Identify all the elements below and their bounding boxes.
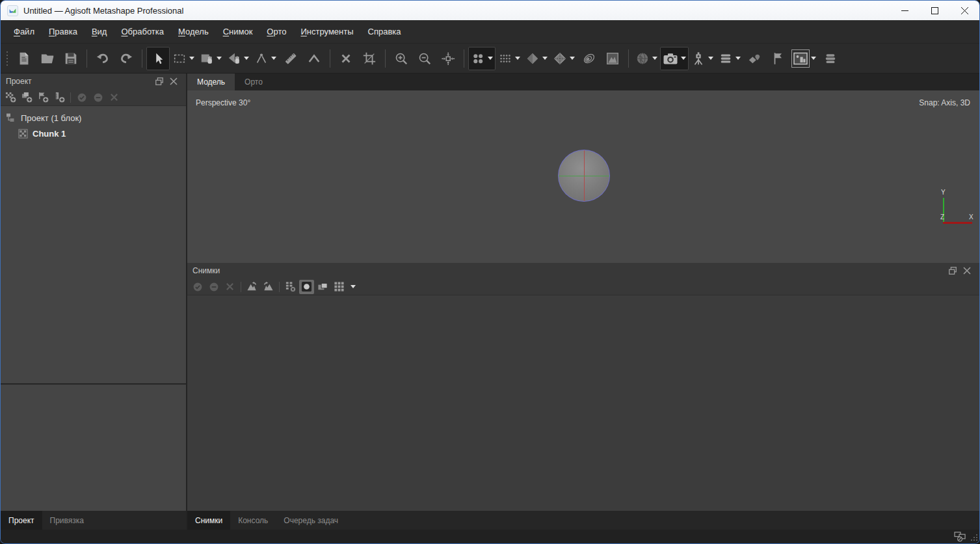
model-wireframe-view-button[interactable] [550,47,577,70]
thumbnails-view-button[interactable] [315,280,330,294]
measure-divider-button[interactable] [252,47,279,70]
open-project-button[interactable] [36,47,59,70]
add-photos-button[interactable] [20,90,34,105]
chevron-down-icon[interactable] [570,57,575,60]
select-tool-button[interactable] [146,47,170,70]
remove-item-button[interactable] [107,90,122,105]
tiled-model-view-button[interactable] [577,47,601,70]
toolbar-separator [464,49,464,68]
menu-model[interactable]: Модель [171,23,216,40]
new-project-button[interactable] [12,47,36,70]
chevron-down-icon[interactable] [542,57,548,60]
dem-view-button[interactable] [601,47,624,70]
tab-model[interactable]: Модель [187,74,235,90]
add-chunk-button[interactable] [3,90,18,105]
menu-photo[interactable]: Снимок [216,23,260,40]
enable-photo-button[interactable] [190,280,205,294]
show-cameras-button[interactable] [660,47,689,70]
disable-photo-button[interactable] [206,280,221,294]
tab-job-queue[interactable]: Очередь задач [276,511,346,530]
chevron-down-icon[interactable] [244,57,249,60]
dense-cloud-view-button[interactable] [496,47,523,70]
redo-button[interactable] [114,47,138,70]
show-images-button[interactable] [790,47,819,70]
center-view-button[interactable] [436,47,460,70]
show-masks-button[interactable] [299,280,314,294]
add-scalebar-button[interactable] [52,90,67,105]
globe-view-button[interactable] [633,47,660,70]
filter-photos-icon [285,281,296,292]
minimize-button[interactable] [890,1,920,20]
show-layers-button[interactable] [819,47,842,70]
chevron-down-icon[interactable] [488,57,493,60]
close-panel-button[interactable] [166,75,181,88]
rotate-region-button[interactable] [224,47,252,70]
ruler-button[interactable] [279,47,302,70]
menu-file[interactable]: Файл [7,23,42,40]
angle-icon [307,51,321,66]
model-viewport[interactable]: Perspective 30° Snap: Axis, 3D Y Z X [187,90,979,263]
chevron-down-icon[interactable] [217,57,222,60]
show-shapes-button[interactable] [743,47,767,70]
chevron-down-icon[interactable] [271,57,276,60]
tab-photos[interactable]: Снимки [187,511,230,530]
save-project-button[interactable] [59,47,83,70]
left-dock: Проект [1,74,187,530]
grid-view-button[interactable] [332,280,347,294]
chunk-label: Chunk 1 [33,129,66,139]
chevron-down-icon[interactable] [681,57,686,60]
toolbar-drag-handle[interactable] [7,51,8,66]
chevron-down-icon[interactable] [811,57,816,60]
tab-console[interactable]: Консоль [230,511,276,530]
angle-measure-button[interactable] [302,47,326,70]
chevron-down-icon[interactable] [652,57,657,60]
disable-item-button[interactable] [90,90,105,105]
float-panel-button[interactable] [152,75,166,88]
chevron-down-icon[interactable] [189,57,194,60]
menu-edit[interactable]: Правка [42,23,85,40]
close-button[interactable] [949,1,979,20]
tree-item-workspace[interactable]: Проект (1 блок) [1,110,186,126]
chevron-down-icon[interactable] [735,57,741,60]
crop-button[interactable] [358,47,381,70]
project-panel-title: Проект [6,77,32,86]
show-markers-button[interactable] [767,47,790,70]
point-cloud-view-button[interactable] [468,47,496,70]
rectangle-selection-button[interactable] [170,47,197,70]
filter-photos-button[interactable] [283,280,298,294]
tab-ortho[interactable]: Орто [235,74,272,90]
menu-workflow[interactable]: Обработка [114,23,171,40]
maximize-button[interactable] [920,1,949,20]
chevron-down-icon[interactable] [351,285,356,288]
tab-reference[interactable]: Привязка [42,511,92,530]
rotate-left-icon [246,281,258,292]
resize-grip[interactable] [969,532,978,541]
rotate-cw-button[interactable] [261,280,276,294]
chevron-down-icon[interactable] [708,57,713,60]
float-panel-button[interactable] [946,264,960,277]
navigation-trackball[interactable] [558,150,610,202]
model-shaded-view-button[interactable] [523,47,550,70]
menu-help[interactable]: Справка [361,23,408,40]
show-stations-button[interactable] [689,47,716,70]
chevron-down-icon[interactable] [515,57,520,60]
menu-ortho[interactable]: Орто [259,23,293,40]
zoom-out-button[interactable] [413,47,436,70]
enable-item-button[interactable] [74,90,89,105]
zoom-in-button[interactable] [390,47,413,70]
close-panel-button[interactable] [960,264,974,277]
rotate-right-icon [263,281,274,292]
list-lines-icon [719,51,733,66]
move-region-button[interactable] [197,47,224,70]
x-icon [339,51,353,66]
tab-project[interactable]: Проект [1,511,42,530]
rotate-ccw-button[interactable] [245,280,259,294]
menu-tools[interactable]: Инструменты [293,23,360,40]
menu-view[interactable]: Вид [85,23,114,40]
show-items-list-button[interactable] [716,47,743,70]
undo-button[interactable] [91,47,114,70]
clear-selection-button[interactable] [334,47,358,70]
add-marker-button[interactable] [36,90,51,105]
tree-item-chunk[interactable]: Chunk 1 [1,126,186,141]
remove-photo-button[interactable] [222,280,237,294]
